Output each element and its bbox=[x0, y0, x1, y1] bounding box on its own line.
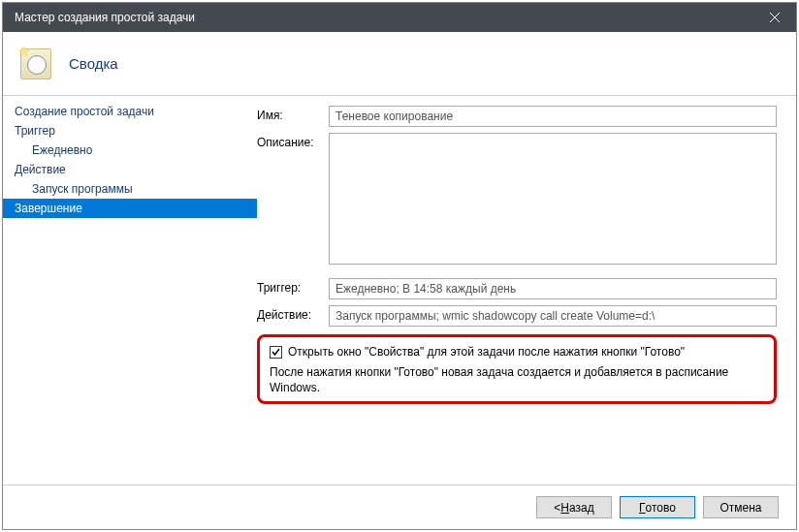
window: Мастер создания простой задачи Сводка Со… bbox=[2, 2, 797, 530]
cancel-button[interactable]: Отмена bbox=[703, 496, 779, 518]
row-description: Описание: bbox=[257, 133, 777, 265]
finish-info-text: После нажатия кнопки "Готово" новая зада… bbox=[270, 364, 764, 395]
wizard-header: Сводка bbox=[3, 32, 796, 96]
page-title: Сводка bbox=[69, 55, 118, 72]
wizard-body: Создание простой задачи Триггер Ежедневн… bbox=[3, 96, 796, 485]
description-label: Описание: bbox=[257, 133, 329, 149]
window-title: Мастер создания простой задачи bbox=[15, 11, 195, 24]
finish-button[interactable]: Готово bbox=[620, 496, 695, 518]
close-icon bbox=[770, 13, 780, 22]
open-properties-label: Открыть окно "Свойства" для этой задачи … bbox=[288, 345, 685, 359]
open-properties-row: Открыть окно "Свойства" для этой задачи … bbox=[270, 345, 764, 359]
wizard-icon bbox=[20, 48, 51, 79]
main-panel: Имя: Описание: Триггер: Действие: bbox=[257, 96, 796, 485]
step-finish[interactable]: Завершение bbox=[3, 199, 257, 218]
row-name: Имя: bbox=[257, 106, 777, 127]
name-field[interactable] bbox=[329, 106, 777, 127]
step-create-task[interactable]: Создание простой задачи bbox=[3, 102, 257, 121]
trigger-field[interactable] bbox=[329, 278, 777, 299]
check-icon bbox=[271, 347, 281, 358]
open-properties-checkbox[interactable] bbox=[270, 346, 282, 359]
name-label: Имя: bbox=[257, 106, 329, 122]
wizard-steps: Создание простой задачи Триггер Ежедневн… bbox=[3, 96, 257, 485]
step-start-program[interactable]: Запуск программы bbox=[3, 179, 257, 199]
description-field[interactable] bbox=[329, 133, 777, 265]
step-trigger[interactable]: Триггер bbox=[3, 121, 257, 141]
trigger-label: Триггер: bbox=[257, 278, 329, 295]
button-bar: < Назад Готово Отмена bbox=[3, 485, 796, 529]
titlebar: Мастер создания простой задачи bbox=[3, 3, 796, 32]
back-button[interactable]: < Назад bbox=[536, 496, 612, 518]
step-daily[interactable]: Ежедневно bbox=[3, 141, 257, 160]
step-action[interactable]: Действие bbox=[3, 160, 257, 179]
row-trigger: Триггер: bbox=[257, 278, 777, 299]
action-field[interactable] bbox=[329, 305, 777, 327]
close-button[interactable] bbox=[752, 3, 796, 32]
highlight-box: Открыть окно "Свойства" для этой задачи … bbox=[257, 334, 777, 404]
row-action: Действие: bbox=[257, 305, 777, 327]
action-label: Действие: bbox=[257, 305, 329, 322]
